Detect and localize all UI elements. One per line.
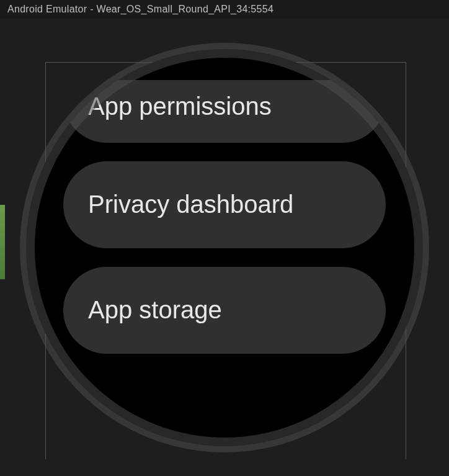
watch-face: App permissions Privacy dashboard App st… bbox=[26, 49, 423, 446]
settings-menu-list[interactable]: App permissions Privacy dashboard App st… bbox=[63, 86, 386, 354]
menu-item-app-permissions[interactable]: App permissions bbox=[63, 80, 386, 143]
menu-item-privacy-dashboard[interactable]: Privacy dashboard bbox=[63, 161, 386, 248]
emulator-container: App permissions Privacy dashboard App st… bbox=[0, 19, 449, 476]
menu-item-app-storage[interactable]: App storage bbox=[63, 267, 386, 354]
menu-item-label: App storage bbox=[88, 296, 222, 324]
window-titlebar: Android Emulator - Wear_OS_Small_Round_A… bbox=[0, 0, 449, 19]
accent-bar bbox=[0, 205, 5, 279]
menu-item-label: App permissions bbox=[88, 92, 272, 120]
menu-item-label: Privacy dashboard bbox=[88, 191, 293, 218]
window-title: Android Emulator - Wear_OS_Small_Round_A… bbox=[7, 4, 273, 15]
